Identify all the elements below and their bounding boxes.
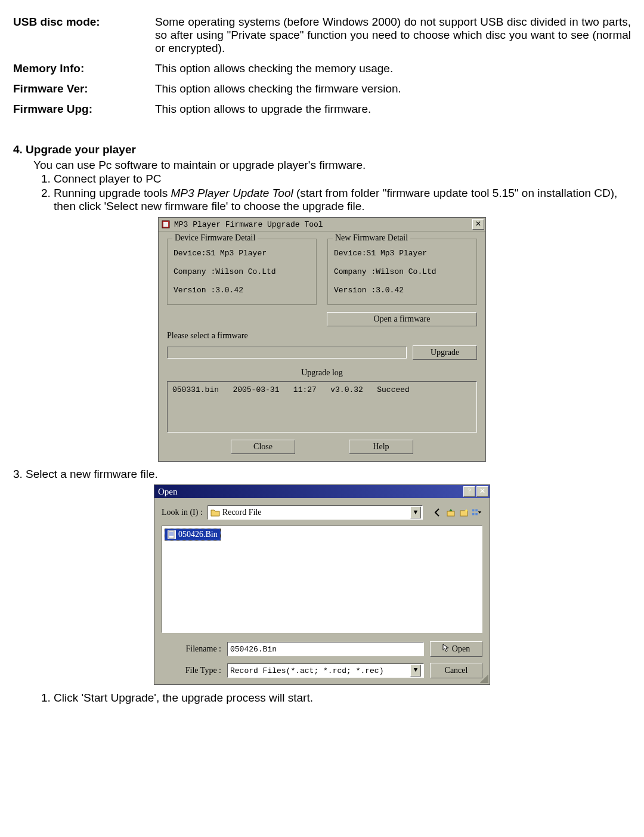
device-row: Device:S1 Mp3 Player [334,249,470,258]
new-firmware-group: New Firmware Detail Device:S1 Mp3 Player… [327,239,477,305]
file-name: 050426.Bin [178,530,218,539]
titlebar[interactable]: Open ? ✕ [154,485,490,498]
lookin-value: Record File [222,508,410,517]
titlebar[interactable]: MP3 Player Firmware Upgrade Tool ✕ [159,218,485,231]
svg-rect-4 [472,509,475,512]
open-firmware-button[interactable]: Open a firmware [327,312,477,326]
cancel-button[interactable]: Cancel [430,663,482,678]
close-button[interactable]: Close [231,440,295,454]
filetype-combo[interactable]: Record Files(*.act; *.rcd; *.rec) ▼ [227,663,424,678]
def-label: Firmware Upg: [13,99,155,119]
status-message: Please select a firmware [167,331,477,341]
svg-rect-5 [472,513,475,515]
folder-icon [210,508,220,517]
def-desc: This option allows checking the firmware… [155,79,631,99]
log-title: Upgrade log [167,368,477,378]
upgrade-button[interactable]: Upgrade [413,345,477,360]
window-title: MP3 Player Firmware Upgrade Tool [174,220,471,229]
help-icon[interactable]: ? [463,486,475,497]
resize-grip-icon[interactable] [480,675,488,683]
svg-rect-8 [169,531,174,538]
close-icon[interactable]: ✕ [472,219,484,230]
device-firmware-group: Device Firmware Detail Device:S1 Mp3 Pla… [167,239,317,305]
cursor-icon [442,644,450,654]
step-1: Connect player to PC [54,172,631,186]
help-button[interactable]: Help [349,440,413,454]
close-icon[interactable]: ✕ [476,486,488,497]
definitions-table: USB disc mode: Some operating systems (b… [13,12,631,119]
def-desc: This option allows to upgrade the firmwa… [155,99,631,119]
chevron-down-icon[interactable]: ▼ [410,665,421,677]
svg-rect-6 [475,509,478,512]
def-desc: This option allows checking the memory u… [155,58,631,79]
company-row: Company :Wilson Co.Ltd [174,267,310,276]
filename-label: Filename : [162,644,221,654]
step-2: Running upgrade tools MP3 Player Update … [54,186,631,214]
toolbar-icons [432,507,482,518]
steps-list: Connect player to PC Running upgrade too… [13,172,631,214]
open-button[interactable]: Open [430,641,482,657]
document-icon [168,530,176,539]
up-folder-icon[interactable] [445,507,456,518]
def-label: Firmware Ver: [13,79,155,99]
company-row: Company :Wilson Co.Ltd [334,267,470,276]
svg-rect-7 [475,513,478,515]
window-title: Open [158,487,462,497]
device-row: Device:S1 Mp3 Player [174,249,310,258]
progress-bar [167,347,407,359]
def-desc: Some operating systems (before Windows 2… [155,12,631,58]
view-menu-icon[interactable] [472,507,482,518]
final-step: Click 'Start Upgrade', the upgrade proce… [54,691,631,705]
app-icon [161,220,171,229]
new-folder-icon[interactable] [459,507,469,518]
upgrade-tool-window: MP3 Player Firmware Upgrade Tool ✕ Devic… [158,217,486,462]
def-label: Memory Info: [13,58,155,79]
version-row: Version :3.0.42 [334,286,470,295]
group-legend: Device Firmware Detail [172,233,258,243]
filename-input[interactable]: 050426.Bin [227,642,424,656]
file-list[interactable]: 050426.Bin [162,526,482,633]
section-intro: You can use Pc software to maintain or u… [13,159,631,172]
chevron-down-icon[interactable]: ▼ [410,506,421,518]
svg-rect-2 [447,511,454,516]
group-legend: New Firmware Detail [333,233,410,243]
back-icon[interactable] [432,507,443,518]
def-label: USB disc mode: [13,12,155,58]
section-title: 4. Upgrade your player [13,143,631,156]
version-row: Version :3.0.42 [174,286,310,295]
lookin-combo[interactable]: Record File ▼ [208,505,423,520]
file-item[interactable]: 050426.Bin [165,529,221,541]
final-step-list: Click 'Start Upgrade', the upgrade proce… [13,691,631,705]
filetype-label: File Type : [162,666,221,675]
lookin-label: Look in (I) : [162,508,203,517]
svg-rect-1 [163,222,168,227]
open-dialog: Open ? ✕ Look in (I) : Record File ▼ [154,484,490,685]
step-3: 3. Select a new firmware file. [13,468,631,481]
upgrade-log: 050331.bin 2005-03-31 11:27 v3.0.32 Succ… [167,381,477,433]
